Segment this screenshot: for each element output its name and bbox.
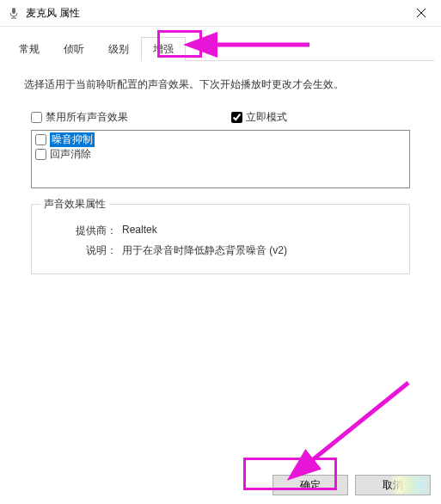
tab-general[interactable]: 常规: [7, 37, 52, 61]
effect-label: 回声消除: [50, 147, 91, 162]
property-value: Realtek: [122, 224, 401, 238]
effect-properties-group: 声音效果属性 提供商： Realtek 说明： 用于在录音时降低静态背景噪音 (…: [31, 197, 410, 274]
dialog-button-row: 确定 取消: [0, 475, 441, 495]
disable-all-effects-label: 禁用所有声音效果: [46, 110, 128, 125]
ok-button[interactable]: 确定: [273, 475, 348, 495]
property-row: 说明： 用于在录音时降低静态背景噪音 (v2): [40, 243, 401, 258]
svg-rect-0: [12, 8, 15, 14]
effect-properties-legend: 声音效果属性: [40, 197, 109, 212]
immediate-mode-checkbox[interactable]: 立即模式: [231, 110, 287, 125]
property-key: 说明：: [40, 243, 122, 258]
disable-all-effects-input[interactable]: [31, 112, 42, 123]
cancel-button[interactable]: 取消: [355, 475, 431, 495]
list-item[interactable]: 回声消除: [34, 147, 407, 162]
annotation-arrow-bottom: [297, 374, 417, 480]
immediate-mode-input[interactable]: [231, 112, 242, 123]
window-title: 麦克风 属性: [26, 6, 401, 21]
tab-levels[interactable]: 级别: [96, 37, 141, 61]
effect-checkbox[interactable]: [35, 149, 46, 160]
svg-line-6: [307, 383, 408, 464]
top-checkbox-row: 禁用所有声音效果 立即模式: [31, 110, 417, 125]
close-icon: [417, 9, 426, 17]
list-item[interactable]: 噪音抑制: [34, 132, 407, 147]
effect-label: 噪音抑制: [50, 132, 95, 147]
tab-listen[interactable]: 侦听: [52, 37, 96, 61]
immediate-mode-label: 立即模式: [246, 110, 287, 125]
close-button[interactable]: [401, 0, 441, 27]
microphone-icon: [7, 6, 21, 20]
property-key: 提供商：: [40, 224, 122, 238]
title-bar: 麦克风 属性: [0, 0, 441, 27]
property-value: 用于在录音时降低静态背景噪音 (v2): [122, 243, 401, 258]
description-text: 选择适用于当前聆听配置的声音效果。下次开始播放时更改才会生效。: [24, 77, 417, 93]
effect-checkbox[interactable]: [35, 134, 46, 145]
disable-all-effects-checkbox[interactable]: 禁用所有声音效果: [31, 110, 128, 125]
effects-listbox[interactable]: 噪音抑制 回声消除: [31, 130, 410, 188]
property-row: 提供商： Realtek: [40, 224, 401, 238]
tab-enhancements[interactable]: 增强: [141, 37, 186, 61]
tab-strip: 常规 侦听 级别 增强: [0, 37, 441, 61]
tab-content: 选择适用于当前聆听配置的声音效果。下次开始播放时更改才会生效。 禁用所有声音效果…: [0, 61, 441, 274]
